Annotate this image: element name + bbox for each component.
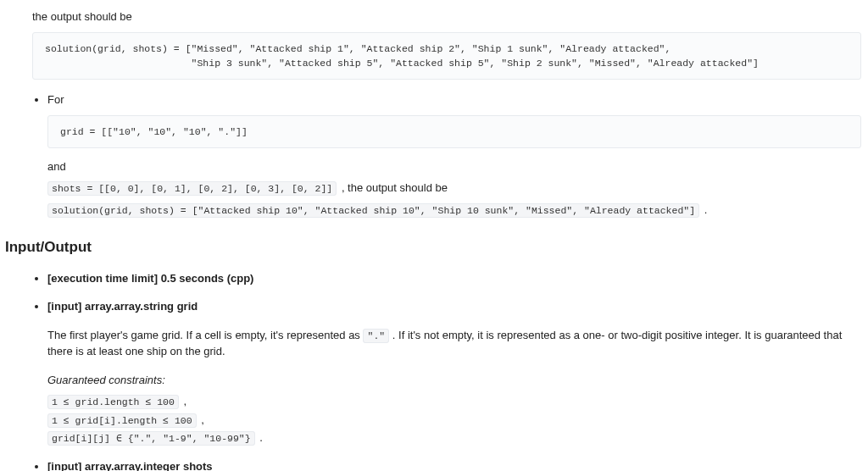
io-grid-c3: grid[i][j] ∈ {".", "1-9", "10-99"} [47,431,255,446]
io-grid-item: [input] array.array.string grid The firs… [47,298,861,446]
io-grid-c1-after: , [184,395,187,407]
example2-for-label: For [47,93,64,106]
io-shots-item: [input] array.array.integer shots [47,458,861,471]
io-grid-desc: The first player's game grid. If a cell … [47,327,861,360]
io-grid-c2-after: , [201,413,204,426]
io-grid-c2: 1 ≤ grid[i].length ≤ 100 [47,413,197,428]
io-grid-c2-row: 1 ≤ grid[i].length ≤ 100 , [47,412,861,429]
example1-intro: the output should be [32,8,861,25]
example2-shots-line: shots = [[0, 0], [0, 1], [0, 2], [0, 3],… [47,180,861,197]
io-time-limit-item: [execution time limit] 0.5 seconds (cpp) [47,270,861,287]
example2-and-text: and [47,158,861,175]
io-grid-c3-row: grid[i][j] ∈ {".", "1-9", "10-99"} . [47,429,861,446]
example2-grid-code: grid = [["10", "10", "10", "."]] [47,115,861,148]
example2-shots-inline: shots = [[0, 0], [0, 1], [0, 2], [0, 3],… [47,181,337,196]
example2-result-inline: solution(grid, shots) = ["Attacked ship … [47,203,699,218]
io-time-limit: [execution time limit] 0.5 seconds (cpp) [47,272,253,285]
example2-shots-after: , the output should be [342,181,448,194]
example2-result-line: solution(grid, shots) = ["Attacked ship … [47,202,861,219]
io-grid-c3-after: . [259,431,263,444]
io-grid-c1: 1 ≤ grid.length ≤ 100 [47,395,179,409]
example1-code-block: solution(grid, shots) = ["Missed", "Atta… [32,32,861,80]
io-grid-dot-code: "." [363,329,389,343]
io-grid-desc-before: The first player's game grid. If a cell … [47,329,363,341]
io-grid-c1-row: 1 ≤ grid.length ≤ 100 , [47,393,861,410]
example2-bullet: For grid = [["10", "10", "10", "."]] and… [47,91,861,218]
io-grid-constraints-label: Guaranteed constraints: [47,372,861,389]
example2-result-after: . [704,203,708,216]
io-grid-label: [input] array.array.string grid [47,298,861,315]
io-shots-label: [input] array.array.integer shots [47,460,213,471]
io-heading: Input/Output [5,236,861,258]
